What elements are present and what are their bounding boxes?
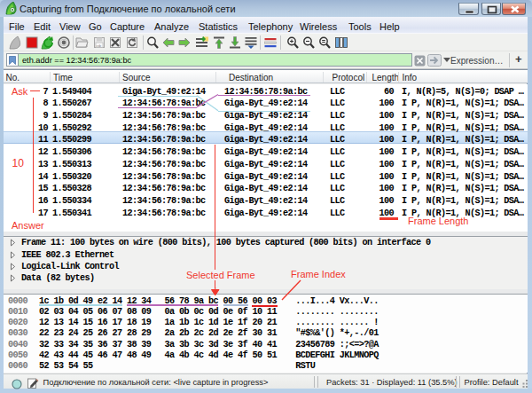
svg-text:csb: csb — [97, 44, 102, 48]
